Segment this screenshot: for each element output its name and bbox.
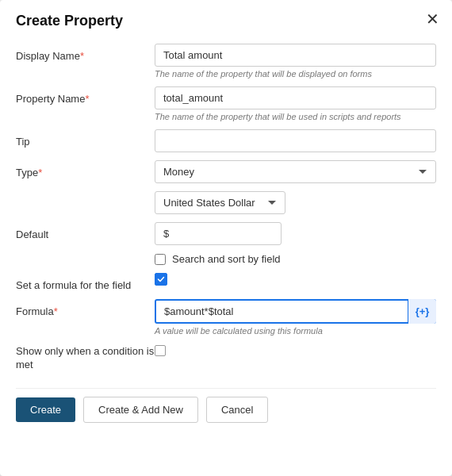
property-name-row: Property Name* The name of the property … [16,86,436,121]
show-condition-label: Show only when a condition is met [16,344,155,372]
default-input[interactable] [155,222,282,245]
formula-hint: A value will be calculated using this fo… [155,326,436,336]
property-name-hint: The name of the property that will be us… [155,112,436,121]
currency-select-wrap: United States Dollar Euro British Pound … [155,191,436,214]
formula-label: Formula* [16,299,155,317]
formula-plus-button[interactable]: {+} [408,299,436,324]
footer-buttons: Create Create & Add New Cancel [16,388,436,423]
tip-row: Tip [16,129,436,152]
tip-label: Tip [16,129,155,148]
property-name-label: Property Name* [16,86,155,105]
set-formula-row: Set a formula for the field [16,273,436,291]
formula-wrap: {+} A value will be calculated using thi… [155,299,436,336]
search-sort-row: Search and sort by field [155,253,436,265]
set-formula-wrap [155,273,436,286]
modal-title: Create Property [16,13,436,29]
create-button[interactable]: Create [16,397,75,422]
default-row: Default [16,222,436,245]
show-condition-checkbox-wrap [155,344,166,359]
tip-input[interactable] [155,129,436,152]
formula-row: Formula* {+} A value will be calculated … [16,299,436,336]
formula-input[interactable] [155,299,436,324]
type-label: Type* [16,160,155,178]
tip-wrap [155,129,436,152]
search-sort-label: Search and sort by field [172,253,281,265]
cancel-button[interactable]: Cancel [206,397,268,423]
create-property-modal: Create Property ✕ Display Name* The name… [0,0,452,476]
display-name-row: Display Name* The name of the property t… [16,44,436,79]
create-add-new-button[interactable]: Create & Add New [83,397,198,423]
search-sort-checkbox[interactable] [155,254,166,265]
display-name-input[interactable] [155,44,436,67]
type-select[interactable]: Money Text Number Date Boolean [155,160,436,183]
show-condition-row: Show only when a condition is met [16,344,436,372]
show-condition-checkbox[interactable] [155,345,166,356]
type-row: Type* Money Text Number Date Boolean [16,160,436,183]
formula-input-wrap: {+} [155,299,436,324]
close-button[interactable]: ✕ [426,11,439,27]
currency-row: United States Dollar Euro British Pound … [16,191,436,214]
property-name-wrap: The name of the property that will be us… [155,86,436,121]
default-label: Default [16,222,155,240]
type-wrap: Money Text Number Date Boolean [155,160,436,183]
checkmark-icon [157,275,165,283]
display-name-wrap: The name of the property that will be di… [155,44,436,79]
set-formula-label: Set a formula for the field [16,273,155,291]
display-name-label: Display Name* [16,44,155,62]
currency-select[interactable]: United States Dollar Euro British Pound … [155,191,285,214]
display-name-hint: The name of the property that will be di… [155,69,436,79]
default-wrap [155,222,436,245]
property-name-input[interactable] [155,86,436,109]
set-formula-checkbox[interactable] [155,273,167,286]
